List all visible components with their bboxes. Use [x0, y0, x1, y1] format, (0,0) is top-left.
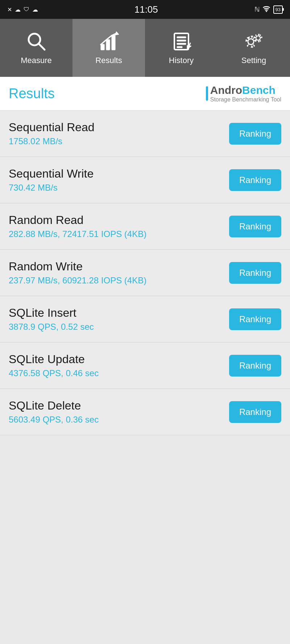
setting-icon [243, 30, 265, 52]
cloud-icon: ☁ [15, 6, 21, 13]
result-info-random-read: Random Read 282.88 MB/s, 72417.51 IOPS (… [9, 213, 229, 239]
ranking-btn-sequential-write[interactable]: Ranking [229, 169, 281, 191]
tab-measure[interactable]: Measure [0, 19, 72, 77]
result-value-sqlite-update: 4376.58 QPS, 0.46 sec [9, 368, 229, 378]
ranking-btn-sequential-read[interactable]: Ranking [229, 123, 281, 145]
result-name-random-read: Random Read [9, 213, 229, 227]
measure-label: Measure [21, 56, 52, 65]
result-name-sequential-write: Sequential Write [9, 167, 229, 180]
empty-space [0, 435, 290, 616]
svg-rect-8 [177, 37, 186, 38]
brand-bar [206, 86, 208, 101]
svg-point-15 [256, 36, 260, 40]
result-value-sequential-read: 1758.02 MB/s [9, 136, 229, 146]
svg-rect-3 [101, 44, 104, 50]
svg-rect-5 [112, 35, 115, 50]
result-row-random-write: Random Write 237.97 MB/s, 60921.28 IOPS … [0, 250, 290, 296]
result-info-random-write: Random Write 237.97 MB/s, 60921.28 IOPS … [9, 260, 229, 286]
svg-rect-9 [177, 40, 186, 41]
result-value-sequential-write: 730.42 MB/s [9, 183, 229, 193]
result-info-sqlite-insert: SQLite Insert 3878.9 QPS, 0.52 sec [9, 306, 229, 332]
svg-point-0 [266, 11, 267, 12]
result-info-sequential-read: Sequential Read 1758.02 MB/s [9, 121, 229, 146]
svg-rect-4 [106, 40, 110, 50]
result-name-random-write: Random Write [9, 260, 229, 273]
ranking-btn-random-read[interactable]: Ranking [229, 216, 281, 237]
svg-line-2 [38, 43, 45, 50]
svg-rect-11 [177, 46, 182, 48]
tab-setting[interactable]: Setting [218, 19, 290, 77]
battery-icon: 93 [273, 5, 283, 14]
wifi-icon [262, 5, 270, 13]
svg-marker-6 [115, 32, 119, 35]
result-name-sqlite-insert: SQLite Insert [9, 306, 229, 320]
x-icon: ✕ [7, 6, 12, 13]
ranking-btn-sqlite-insert[interactable]: Ranking [229, 308, 281, 330]
ranking-btn-sqlite-delete[interactable]: Ranking [229, 401, 281, 423]
result-row-sqlite-update: SQLite Update 4376.58 QPS, 0.46 sec Rank… [0, 342, 290, 389]
result-info-sequential-write: Sequential Write 730.42 MB/s [9, 167, 229, 193]
shield-icon: 🛡 [24, 6, 29, 13]
history-icon [170, 30, 192, 52]
result-name-sqlite-delete: SQLite Delete [9, 399, 229, 412]
result-value-random-write: 237.97 MB/s, 60921.28 IOPS (4KB) [9, 275, 229, 286]
status-time: 11:05 [134, 4, 158, 15]
result-value-sqlite-insert: 3878.9 QPS, 0.52 sec [9, 322, 229, 332]
setting-label: Setting [241, 56, 266, 65]
page-header: Results AndroBench Storage Benchmarking … [0, 77, 290, 111]
brand-accent: AndroBench Storage Benchmarking Tool [206, 84, 281, 103]
measure-icon [25, 30, 47, 52]
result-name-sqlite-update: SQLite Update [9, 353, 229, 366]
ranking-btn-random-write[interactable]: Ranking [229, 262, 281, 284]
status-bar: ✕ ☁ 🛡 ☁ 11:05 ℕ 93 [0, 0, 290, 19]
tab-history[interactable]: History [145, 19, 218, 77]
results-label: Results [95, 56, 122, 65]
history-label: History [169, 56, 194, 65]
result-row-sqlite-insert: SQLite Insert 3878.9 QPS, 0.52 sec Ranki… [0, 296, 290, 342]
svg-point-14 [248, 39, 254, 45]
status-bar-left: ✕ ☁ 🛡 ☁ [7, 6, 38, 13]
result-row-sqlite-delete: SQLite Delete 5603.49 QPS, 0.36 sec Rank… [0, 389, 290, 435]
status-bar-right: ℕ 93 [254, 5, 283, 14]
result-value-sqlite-delete: 5603.49 QPS, 0.36 sec [9, 415, 229, 425]
svg-line-13 [189, 43, 190, 46]
result-row-sequential-write: Sequential Write 730.42 MB/s Ranking [0, 157, 290, 203]
brand-tagline: Storage Benchmarking Tool [210, 96, 281, 103]
brand-logo: AndroBench Storage Benchmarking Tool [206, 84, 281, 103]
brand-name-container: AndroBench Storage Benchmarking Tool [210, 84, 281, 103]
brand-name: AndroBench [210, 84, 281, 96]
result-info-sqlite-delete: SQLite Delete 5603.49 QPS, 0.36 sec [9, 399, 229, 425]
page-title: Results [9, 86, 55, 101]
ranking-btn-sqlite-update[interactable]: Ranking [229, 355, 281, 377]
result-row-sequential-read: Sequential Read 1758.02 MB/s Ranking [0, 111, 290, 157]
nav-tabs: Measure Results [0, 19, 290, 77]
result-info-sqlite-update: SQLite Update 4376.58 QPS, 0.46 sec [9, 353, 229, 378]
svg-rect-10 [177, 43, 186, 45]
cloud2-icon: ☁ [32, 6, 38, 13]
result-row-random-read: Random Read 282.88 MB/s, 72417.51 IOPS (… [0, 203, 290, 250]
result-name-sequential-read: Sequential Read [9, 121, 229, 134]
result-value-random-read: 282.88 MB/s, 72417.51 IOPS (4KB) [9, 229, 229, 239]
nfc-icon: ℕ [254, 5, 260, 13]
results-list: Sequential Read 1758.02 MB/s Ranking Seq… [0, 111, 290, 435]
tab-results[interactable]: Results [72, 19, 145, 77]
results-icon [98, 30, 120, 52]
